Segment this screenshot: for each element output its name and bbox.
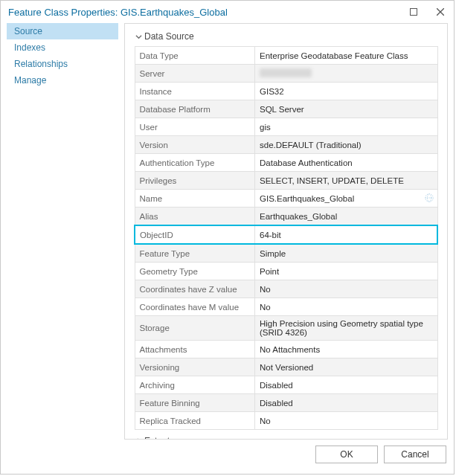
property-label: Alias <box>135 208 255 226</box>
close-icon <box>437 8 444 16</box>
table-row: InstanceGIS32 <box>135 83 437 100</box>
table-row: Authentication TypeDatabase Authenticati… <box>135 154 437 172</box>
property-value: No <box>255 412 438 430</box>
property-value: No <box>255 280 438 298</box>
table-row: Usergis <box>135 118 437 136</box>
property-label: Geometry Type <box>135 263 255 280</box>
property-label: Coordinates have M value <box>135 298 255 316</box>
svg-rect-0 <box>411 9 417 16</box>
table-row: Database PlatformSQL Server <box>135 100 437 118</box>
property-value: Database Authentication <box>255 154 438 172</box>
table-row: PrivilegesSELECT, INSERT, UPDATE, DELETE <box>135 172 437 190</box>
section-header-data-source[interactable]: Data Source <box>134 30 438 43</box>
ok-button[interactable]: OK <box>315 446 378 463</box>
property-label: Authentication Type <box>135 154 255 172</box>
sidebar-item-label: Source <box>14 26 42 36</box>
cancel-button[interactable]: Cancel <box>384 446 446 463</box>
property-value: Simple <box>255 244 438 263</box>
property-value: GIS.Earthquakes_Global <box>255 190 438 208</box>
property-value: gis <box>255 118 438 136</box>
property-value: No <box>255 298 438 316</box>
property-value: Earthquakes_Global <box>255 208 438 226</box>
sidebar-item-label: Indexes <box>14 42 45 53</box>
maximize-button[interactable] <box>400 1 427 23</box>
table-row: Server <box>135 65 437 83</box>
property-label: Feature Binning <box>135 394 255 412</box>
property-label: Coordinates have Z value <box>135 280 255 298</box>
table-row: Data TypeEnterprise Geodatabase Feature … <box>135 47 437 65</box>
sidebar-item-indexes[interactable]: Indexes <box>7 39 118 56</box>
property-label: Instance <box>135 83 255 100</box>
property-label: Attachments <box>135 341 255 358</box>
property-value: Disabled <box>255 376 438 394</box>
property-value: sde.DEFAULT (Traditional) <box>255 136 438 154</box>
property-value: High Precision using Geometry spatial ty… <box>255 316 438 341</box>
section-title: Data Source <box>144 31 194 42</box>
maximize-icon <box>410 8 417 16</box>
property-value: No Attachments <box>255 341 438 358</box>
property-value: SQL Server <box>255 100 438 118</box>
table-row: Coordinates have M valueNo <box>135 298 437 316</box>
property-label: User <box>135 118 255 136</box>
property-label: Archiving <box>135 376 255 394</box>
property-label: Replica Tracked <box>135 412 255 430</box>
property-label: Storage <box>135 316 255 341</box>
table-row: AttachmentsNo Attachments <box>135 341 437 358</box>
dialog-title: Feature Class Properties: GIS.Earthquake… <box>8 7 400 18</box>
property-value: Not Versioned <box>255 358 438 376</box>
property-value: SELECT, INSERT, UPDATE, DELETE <box>255 172 438 190</box>
property-label: Data Type <box>135 47 255 65</box>
property-value: GIS32 <box>255 83 438 100</box>
property-label: Name <box>135 190 255 208</box>
table-row: AliasEarthquakes_Global <box>135 208 437 226</box>
table-row: ArchivingDisabled <box>135 376 437 394</box>
section-header-extent[interactable]: Extent <box>134 434 438 440</box>
sidebar-item-source[interactable]: Source <box>7 23 118 39</box>
table-row: Feature TypeSimple <box>135 244 437 263</box>
data-source-table: Data TypeEnterprise Geodatabase Feature … <box>134 46 438 430</box>
sidebar-item-manage[interactable]: Manage <box>7 72 118 89</box>
chevron-down-icon <box>134 33 143 40</box>
sidebar-item-label: Relationships <box>14 59 68 69</box>
property-value: Point <box>255 263 438 280</box>
sidebar: SourceIndexesRelationshipsManage <box>7 23 118 440</box>
content-area: SourceIndexesRelationshipsManage Data So… <box>1 23 454 440</box>
property-label: Privileges <box>135 172 255 190</box>
property-value: 64-bit <box>255 225 438 244</box>
close-button[interactable] <box>427 1 454 23</box>
property-label: Feature Type <box>135 244 255 263</box>
table-row: Geometry TypePoint <box>135 263 437 280</box>
property-value: Enterprise Geodatabase Feature Class <box>255 47 438 65</box>
table-row: Replica TrackedNo <box>135 412 437 430</box>
table-row: Coordinates have Z valueNo <box>135 280 437 298</box>
property-label: Versioning <box>135 358 255 376</box>
main-panel: Data Source Data TypeEnterprise Geodatab… <box>124 23 448 440</box>
table-row: Feature BinningDisabled <box>135 394 437 412</box>
redacted-value <box>260 68 312 77</box>
dialog-window: Feature Class Properties: GIS.Earthquake… <box>0 0 455 475</box>
property-label: ObjectID <box>135 225 255 244</box>
property-value: Disabled <box>255 394 438 412</box>
titlebar: Feature Class Properties: GIS.Earthquake… <box>1 1 454 23</box>
property-value <box>255 65 438 83</box>
dialog-footer: OK Cancel <box>1 440 454 474</box>
property-label: Database Platform <box>135 100 255 118</box>
property-label: Version <box>135 136 255 154</box>
table-row: ObjectID64-bit <box>135 225 437 244</box>
sidebar-item-label: Manage <box>14 75 46 86</box>
table-row: NameGIS.Earthquakes_Global <box>135 190 437 208</box>
table-row: StorageHigh Precision using Geometry spa… <box>135 316 437 341</box>
sidebar-item-relationships[interactable]: Relationships <box>7 56 118 72</box>
globe-icon <box>424 193 434 205</box>
table-row: VersioningNot Versioned <box>135 358 437 376</box>
table-row: Versionsde.DEFAULT (Traditional) <box>135 136 437 154</box>
property-label: Server <box>135 65 255 83</box>
